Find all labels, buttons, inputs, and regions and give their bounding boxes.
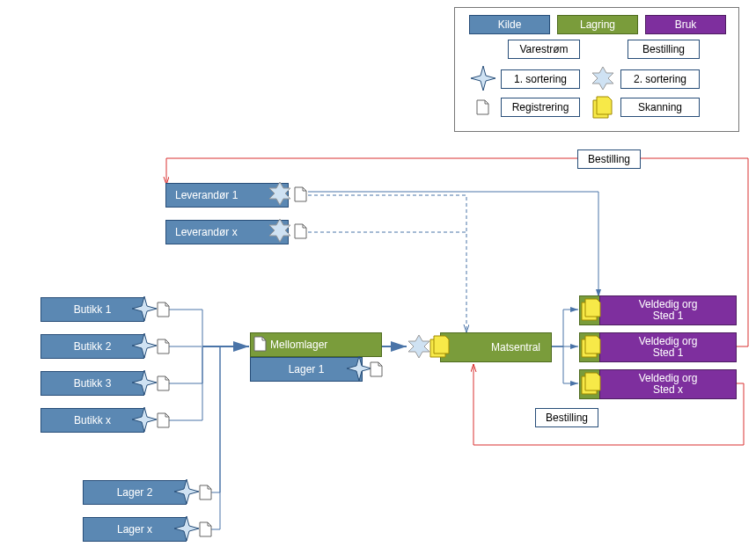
veldedig-2-line2: Sted 1 <box>653 346 684 359</box>
svg-marker-0 <box>477 100 488 114</box>
butikk-x-star <box>132 407 157 432</box>
svg-marker-6 <box>158 339 169 354</box>
svg-marker-2 <box>597 97 612 114</box>
lager-x-doc <box>199 521 212 537</box>
svg-marker-14 <box>434 336 449 354</box>
lager-2-label: Lager 2 <box>117 486 153 499</box>
legend-sort1: 1. sortering <box>501 69 580 89</box>
svg-marker-16 <box>585 299 600 317</box>
veldedig-1: Veldedig orgSted 1 <box>599 295 737 325</box>
legend-bruk: Bruk <box>645 15 726 34</box>
legend-bruk-label: Bruk <box>675 18 697 31</box>
veldedig-x-scan <box>581 372 604 395</box>
legend-kilde: Kilde <box>469 15 550 34</box>
butikk-x-doc <box>157 412 170 428</box>
svg-marker-9 <box>200 485 211 499</box>
legend-bestilling: Bestilling <box>628 40 700 59</box>
leverandor-x-star <box>268 218 292 243</box>
lager-x-star <box>174 516 199 541</box>
butikk-2-label: Butikk 2 <box>74 340 112 353</box>
lager-2-star <box>174 479 199 504</box>
svg-marker-20 <box>585 373 600 390</box>
butikk-x: Butikk x <box>40 408 144 433</box>
svg-marker-8 <box>158 413 169 427</box>
mellomlager-label: Mellomlager <box>270 339 327 351</box>
veldedig-x: Veldedig orgSted x <box>599 369 737 399</box>
legend-kilde-label: Kilde <box>498 18 522 31</box>
veldedig-x-line1: Veldedig org <box>639 372 698 384</box>
butikk-3-star <box>132 370 157 395</box>
legend-varestrom: Varestrøm <box>508 40 580 59</box>
butikk-3-doc <box>157 375 170 391</box>
lager-x: Lager x <box>83 517 187 542</box>
svg-marker-3 <box>295 187 306 201</box>
lager-1-doc <box>370 361 383 377</box>
leverandor-1-doc <box>294 186 307 202</box>
svg-marker-10 <box>200 522 211 536</box>
veldedig-2-scan <box>581 335 604 358</box>
lager-x-label: Lager x <box>117 523 152 536</box>
svg-marker-4 <box>295 224 306 238</box>
bestilling-label-top: Bestilling <box>577 149 641 169</box>
veldedig-2-line1: Veldedig org <box>639 335 698 347</box>
lager-2-doc <box>199 485 212 500</box>
legend-lagring-label: Lagring <box>580 18 615 31</box>
veldedig-x-line2: Sted x <box>653 383 683 396</box>
scan-icon <box>592 96 615 119</box>
bestilling-label-bottom-text: Bestilling <box>546 412 588 424</box>
mellomlager-doc <box>253 336 267 352</box>
butikk-x-label: Butikk x <box>74 414 111 426</box>
butikk-2-doc <box>157 339 170 354</box>
star-icon-2 <box>591 66 615 91</box>
mellomlager: Mellomlager <box>250 332 382 357</box>
butikk-1-star <box>132 296 157 321</box>
bestilling-label-bottom: Bestilling <box>535 408 598 427</box>
matsentral-star <box>407 334 431 359</box>
butikk-3: Butikk 3 <box>40 371 144 396</box>
butikk-1-doc <box>157 302 170 317</box>
svg-marker-11 <box>254 337 266 351</box>
leverandor-x-label: Leverandør x <box>175 226 238 238</box>
butikk-2: Butikk 2 <box>40 334 144 359</box>
svg-marker-12 <box>371 362 382 376</box>
legend-lagring: Lagring <box>557 15 638 34</box>
lager-1-star <box>347 356 371 381</box>
veldedig-1-scan <box>581 298 604 321</box>
lager-2: Lager 2 <box>83 480 187 505</box>
butikk-1-label: Butikk 1 <box>74 303 112 316</box>
veldedig-1-line1: Veldedig org <box>639 298 698 310</box>
legend-sort2: 2. sortering <box>620 69 700 89</box>
bestilling-label-top-text: Bestilling <box>588 153 630 165</box>
legend: Kilde Lagring Bruk Varestrøm Bestilling … <box>454 7 739 132</box>
matsentral-scan <box>429 335 452 358</box>
butikk-3-label: Butikk 3 <box>74 377 112 390</box>
butikk-1: Butikk 1 <box>40 297 144 322</box>
lager-1: Lager 1 <box>250 357 363 382</box>
legend-registrering: Registrering <box>501 98 580 117</box>
lager-1-label: Lager 1 <box>289 363 325 375</box>
matsentral-label: Matsentral <box>491 341 540 354</box>
svg-marker-7 <box>158 376 169 390</box>
leverandor-1-label: Leverandør 1 <box>175 189 238 201</box>
veldedig-1-line2: Sted 1 <box>653 310 684 322</box>
leverandor-x-doc <box>294 223 307 239</box>
veldedig-2: Veldedig orgSted 1 <box>599 332 737 362</box>
matsentral: Matsentral <box>440 332 552 362</box>
leverandor-1-star <box>268 181 292 206</box>
legend-skanning: Skanning <box>620 98 700 117</box>
butikk-2-star <box>132 333 157 358</box>
svg-marker-18 <box>585 336 600 354</box>
star-icon-1 <box>471 66 495 91</box>
svg-marker-5 <box>158 303 169 317</box>
doc-icon <box>476 99 489 115</box>
